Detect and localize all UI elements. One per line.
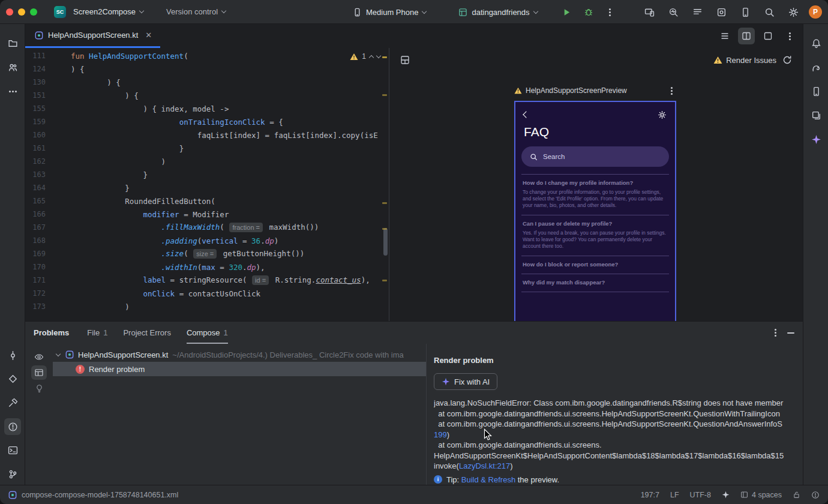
float-preview-button[interactable]: [760, 28, 776, 44]
close-tab-icon[interactable]: ✕: [145, 31, 152, 39]
vcs-widget[interactable]: Version control: [164, 4, 228, 20]
gear-icon[interactable]: [658, 110, 667, 119]
line-number[interactable]: 165: [25, 197, 46, 205]
fix-with-ai-button[interactable]: Fix with AI: [434, 373, 497, 390]
code-text[interactable]: ): [46, 157, 166, 166]
device-manager-button[interactable]: [737, 4, 754, 20]
run-configuration-selector[interactable]: datingandfriends: [455, 4, 540, 20]
close-window-button[interactable]: [6, 8, 13, 16]
terminal-tool-button[interactable]: [4, 442, 21, 458]
line-number[interactable]: 130: [25, 78, 46, 86]
code-text[interactable]: modifier = Modifier: [46, 210, 229, 219]
code-text[interactable]: ) { index, model ->: [46, 104, 229, 113]
line-number[interactable]: 155: [25, 104, 46, 113]
code-editor[interactable]: 111fun HelpAndSupportContent(124) {130 )…: [25, 48, 389, 321]
line-number[interactable]: 159: [25, 118, 46, 126]
code-line[interactable]: 170 .widthIn(max = 320.dp),: [25, 260, 389, 274]
more-tool-windows-button[interactable]: [4, 83, 21, 100]
gemini-tool-button[interactable]: [808, 131, 824, 148]
show-details-button[interactable]: [31, 365, 47, 380]
code-text[interactable]: .size( size = getButtonHeight()): [46, 249, 304, 259]
code-text[interactable]: onClick = contactUsOnClick: [46, 289, 260, 298]
line-number[interactable]: 167: [25, 223, 46, 232]
render-issues-button[interactable]: Render Issues: [713, 56, 776, 65]
chevron-down-icon[interactable]: [376, 53, 381, 58]
warning-stripe-mark[interactable]: [382, 202, 387, 204]
code-line[interactable]: 159 onTrailingIconClick = {: [25, 115, 389, 128]
line-separator-widget[interactable]: LF: [670, 491, 679, 499]
commit-tool-button[interactable]: [4, 347, 21, 364]
code-line[interactable]: 155 ) { index, model ->: [25, 102, 389, 115]
line-number[interactable]: 166: [25, 210, 46, 218]
project-selector[interactable]: Screen2Compose: [71, 4, 146, 20]
code-text[interactable]: onTrailingIconClick = {: [46, 118, 283, 127]
search-everywhere-button[interactable]: [761, 4, 778, 20]
statusbar-file-widget[interactable]: compose-compose-model-1758748140651.xml: [8, 491, 178, 499]
code-line[interactable]: 169 .size( size = getButtonHeight()): [25, 247, 389, 260]
running-devices-tool-button[interactable]: [808, 107, 824, 124]
code-line[interactable]: 172 onClick = contactUsOnClick: [25, 287, 389, 300]
tab-project-errors[interactable]: Project Errors: [123, 322, 170, 344]
line-number[interactable]: 171: [25, 276, 46, 284]
code-text[interactable]: RoundedFilledButton(: [46, 197, 215, 206]
line-number[interactable]: 168: [25, 236, 46, 245]
minimize-window-button[interactable]: [18, 8, 25, 16]
code-text[interactable]: ): [46, 302, 130, 311]
profiler-button[interactable]: [665, 4, 682, 20]
device-selector[interactable]: Medium Phone: [350, 4, 429, 20]
code-line[interactable]: 130 ) {: [25, 76, 389, 89]
app-inspection-button[interactable]: [713, 4, 730, 20]
line-number[interactable]: 170: [25, 263, 46, 271]
editor-list-view-button[interactable]: [716, 28, 733, 44]
preview-ui-check-button[interactable]: [397, 52, 413, 68]
notifications-icon[interactable]: [811, 491, 820, 499]
faq-item[interactable]: Why did my match disappear?: [521, 274, 669, 292]
user-avatar[interactable]: P: [809, 5, 822, 19]
logcat-button[interactable]: [689, 4, 706, 20]
line-number[interactable]: 173: [25, 302, 46, 311]
editor-tab-active[interactable]: HelpAndSupportScreen.kt ✕: [25, 24, 160, 48]
warning-stripe-mark[interactable]: [382, 228, 387, 230]
tree-file-row[interactable]: HelpAndSupportScreen.kt ~/AndroidStudioP…: [53, 347, 426, 362]
faq-search-bar[interactable]: Search: [521, 146, 669, 167]
code-line[interactable]: 166 modifier = Modifier: [25, 208, 389, 221]
code-line[interactable]: 165 RoundedFilledButton(: [25, 194, 389, 208]
code-text[interactable]: .fillMaxWidth( fraction = maxWidth()): [46, 223, 319, 232]
settings-button[interactable]: [785, 4, 802, 20]
code-text[interactable]: ) {: [46, 91, 139, 100]
tree-error-row[interactable]: ! Render problem: [53, 362, 426, 376]
preview-phone-frame[interactable]: FAQ Search How do I change my profile in…: [514, 101, 676, 321]
services-tool-button[interactable]: [4, 370, 21, 387]
line-number[interactable]: 124: [25, 65, 46, 73]
hide-panel-button[interactable]: [787, 332, 794, 334]
editor-options-button[interactable]: [781, 28, 798, 44]
line-number[interactable]: 162: [25, 157, 46, 166]
device-explorer-tool-button[interactable]: [808, 83, 824, 100]
warning-stripe-mark[interactable]: [382, 56, 387, 58]
line-number[interactable]: 172: [25, 289, 46, 298]
code-line[interactable]: 171 label = stringResource( id = R.strin…: [25, 274, 389, 287]
notifications-tool-button[interactable]: [808, 35, 824, 52]
problems-tool-button[interactable]: [4, 418, 21, 435]
device-mirroring-button[interactable]: [641, 4, 658, 20]
line-number[interactable]: 164: [25, 184, 46, 192]
code-text[interactable]: }: [46, 170, 148, 179]
indent-widget[interactable]: 4 spaces: [740, 491, 782, 499]
code-line[interactable]: 168 .padding(vertical = 36.dp): [25, 234, 389, 247]
code-line[interactable]: 111fun HelpAndSupportContent(: [25, 49, 389, 62]
code-line[interactable]: 151 ) {: [25, 89, 389, 102]
tab-file[interactable]: File 1: [87, 322, 107, 344]
chevron-up-icon[interactable]: [369, 55, 374, 59]
inspections-widget[interactable]: 1: [350, 52, 380, 61]
git-tool-button[interactable]: [4, 466, 21, 482]
code-text[interactable]: .padding(vertical = 36.dp): [46, 236, 278, 245]
code-line[interactable]: 160 faqList[index] = faqList[index].copy…: [25, 128, 389, 142]
build-refresh-link[interactable]: Build & Refresh: [461, 475, 515, 484]
gradle-tool-button[interactable]: [808, 59, 824, 76]
code-line[interactable]: 124) {: [25, 62, 389, 76]
line-number[interactable]: 160: [25, 131, 46, 139]
chevron-down-icon[interactable]: [56, 352, 61, 356]
tab-compose[interactable]: Compose 1: [187, 322, 228, 344]
code-text[interactable]: .widthIn(max = 320.dp),: [46, 263, 265, 272]
code-text[interactable]: }: [46, 144, 184, 153]
